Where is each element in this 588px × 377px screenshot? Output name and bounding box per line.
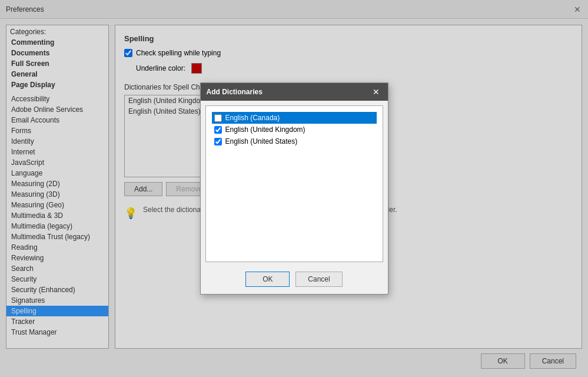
- modal-dict-item-uk[interactable]: English (United Kingdom): [212, 124, 377, 135]
- modal-ok-button[interactable]: OK: [245, 272, 290, 287]
- canada-checkbox[interactable]: [214, 114, 222, 122]
- add-dictionaries-dialog: Add Dictionaries ✕ English (Canada) Engl…: [200, 82, 388, 295]
- modal-close-button[interactable]: ✕: [370, 86, 382, 98]
- canada-label: English (Canada): [225, 114, 280, 122]
- uk-checkbox[interactable]: [214, 126, 222, 134]
- modal-dict-item-canada[interactable]: English (Canada): [212, 112, 377, 124]
- preferences-window: Preferences ✕ Categories: Commenting Doc…: [0, 0, 588, 377]
- modal-title-bar: Add Dictionaries ✕: [201, 83, 388, 101]
- modal-overlay: Add Dictionaries ✕ English (Canada) Engl…: [0, 0, 588, 377]
- uk-label: English (United Kingdom): [225, 125, 305, 134]
- us-label: English (United States): [225, 137, 298, 145]
- modal-body: English (Canada) English (United Kingdom…: [205, 105, 383, 262]
- modal-dict-item-us[interactable]: English (United States): [212, 135, 377, 147]
- modal-title: Add Dictionaries: [207, 88, 263, 96]
- modal-cancel-button[interactable]: Cancel: [295, 272, 342, 287]
- us-checkbox[interactable]: [214, 138, 222, 145]
- modal-footer: OK Cancel: [201, 267, 388, 294]
